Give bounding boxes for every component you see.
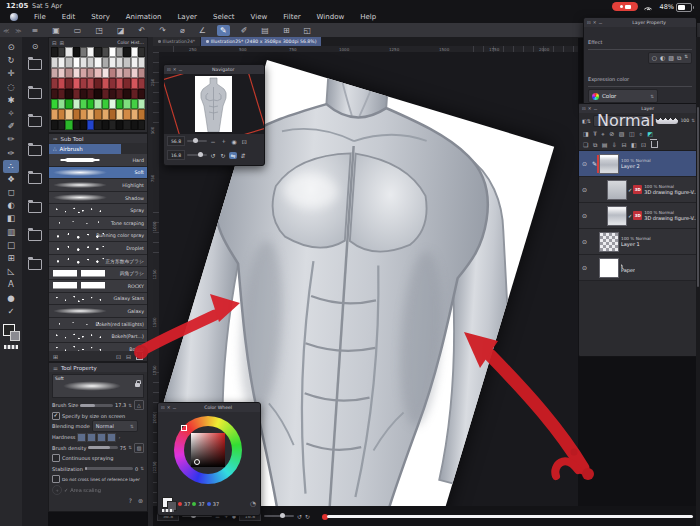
color-swatch[interactable]	[80, 120, 87, 130]
layer-thumbnail[interactable]	[607, 206, 627, 226]
layer-thumbnail[interactable]	[607, 180, 627, 200]
brush-galaxy-stars[interactable]: Galaxy Stars	[49, 293, 147, 306]
color-swatch[interactable]	[87, 57, 94, 67]
rotate-cw-icon[interactable]: ↻	[305, 513, 310, 520]
color-swatch[interactable]	[58, 68, 65, 78]
color-swatch[interactable]	[116, 78, 123, 88]
frame-border-tool[interactable]: ⊞	[3, 252, 19, 265]
color-swatch[interactable]	[65, 47, 72, 57]
color-swatch[interactable]	[138, 120, 145, 130]
color-swatch[interactable]	[131, 47, 138, 57]
undo-icon[interactable]: ↶	[136, 25, 149, 36]
no-cross-reference-checkbox[interactable]	[52, 475, 60, 483]
new-vector-layer-icon[interactable]: ⧉	[593, 141, 597, 149]
color-swatch[interactable]	[116, 47, 123, 57]
color-swatch[interactable]	[94, 78, 101, 88]
color-swatch[interactable]	[102, 99, 109, 109]
clip-studio-logo[interactable]	[10, 13, 18, 21]
menu-view[interactable]: View	[243, 13, 276, 21]
brush-soft[interactable]: Soft	[49, 167, 147, 180]
color-swatch[interactable]	[116, 99, 123, 109]
color-swatch[interactable]	[116, 57, 123, 67]
color-swatch[interactable]	[51, 109, 58, 119]
folder-icon-tool-set-7[interactable]	[28, 230, 42, 241]
layer-row-3d-drawing-figure-v-[interactable]: ⊙✓3D100 % Normal3D drawing figure-V..	[579, 177, 698, 203]
text-tool[interactable]: A	[3, 278, 19, 291]
color-swatch[interactable]	[51, 57, 58, 67]
layer-thumbnail[interactable]	[599, 258, 619, 278]
brush-preview[interactable]: Soft	[52, 374, 144, 398]
stabilization-value[interactable]: 0	[135, 466, 138, 472]
color-swatch[interactable]	[131, 99, 138, 109]
color-swatch[interactable]	[116, 120, 123, 130]
line-correct-tool[interactable]: ✓	[3, 305, 19, 318]
color-swatch[interactable]	[116, 89, 123, 99]
nav-zoom-in-icon[interactable]: ＋	[219, 137, 228, 146]
layer-palette-color-icon[interactable]: ◩	[647, 130, 653, 137]
lock-layer-icon[interactable]: ⊘	[609, 130, 614, 137]
color-swatch[interactable]	[131, 109, 138, 119]
color-swatch[interactable]	[58, 89, 65, 99]
expression-color-select[interactable]: Color ⇅	[588, 89, 658, 103]
color-swatch[interactable]	[80, 89, 87, 99]
color-swatch[interactable]	[102, 109, 109, 119]
color-swatch[interactable]	[102, 89, 109, 99]
brush-droplet[interactable]: Droplet	[49, 242, 147, 255]
menu-layer[interactable]: Layer	[169, 13, 205, 21]
color-swatch[interactable]	[94, 68, 101, 78]
transparent-color[interactable]	[4, 345, 18, 349]
folder-icon-tool-set-3[interactable]	[28, 116, 42, 127]
color-swatch[interactable]	[102, 78, 109, 88]
wrench-icon[interactable]: ⊛	[138, 497, 143, 504]
continuous-spraying-checkbox[interactable]	[52, 454, 60, 462]
brush-hard[interactable]: Hard	[49, 154, 147, 167]
color-swatch[interactable]	[138, 109, 145, 119]
rotate-slider[interactable]	[264, 515, 294, 518]
color-swatch[interactable]	[116, 109, 123, 119]
gradient-tool[interactable]: ▥	[3, 226, 19, 239]
color-swatch[interactable]	[138, 78, 145, 88]
color-swatch[interactable]	[73, 68, 80, 78]
brush-size-value[interactable]: 17.3	[115, 402, 126, 408]
color-swatch[interactable]	[58, 47, 65, 57]
redo-icon[interactable]: ↷	[156, 25, 169, 36]
rotate-view-tool[interactable]: ↻	[3, 54, 19, 67]
clear-icon[interactable]: ⌀	[177, 25, 188, 36]
brush-spray[interactable]: Spray	[49, 204, 147, 217]
color-swatch[interactable]	[87, 99, 94, 109]
layer-row-3d-drawing-figure-v-[interactable]: ⊙✓3D100 % Normal3D drawing figure-V..	[579, 203, 698, 229]
transform-icon[interactable]: ◳	[92, 25, 106, 36]
reference-layer-icon[interactable]: Ŧ	[593, 130, 597, 137]
layer-visibility-eye-icon[interactable]: ⊙	[579, 212, 590, 219]
color-swatch[interactable]	[131, 78, 138, 88]
selection-tool[interactable]: ◌	[3, 81, 19, 94]
color-swatch[interactable]	[80, 68, 87, 78]
color-swatch[interactable]	[87, 120, 94, 130]
color-swatch[interactable]	[65, 120, 72, 130]
color-swatch[interactable]	[123, 89, 130, 99]
navigator-rotate-value[interactable]: 16.8	[167, 150, 185, 160]
color-swatch[interactable]	[102, 47, 109, 57]
color-swatch[interactable]	[109, 47, 116, 57]
nav-minimize-icon[interactable]: ⚊	[178, 67, 182, 72]
navigator-zoom-value[interactable]: 56.8	[167, 136, 185, 146]
layer-dock-icon[interactable]: ⊡	[582, 106, 586, 111]
menu-file[interactable]: File	[26, 13, 54, 21]
color-swatch[interactable]	[58, 120, 65, 130]
canvas-tab[interactable]: Illustration25* (2480 x 3508px 300dpi 56…	[201, 37, 321, 46]
color-swatch[interactable]	[94, 89, 101, 99]
lock-transparent-icon[interactable]: ▨	[619, 130, 625, 137]
tab-airbrush[interactable]: ∴ Airbrush	[49, 144, 121, 154]
color-swatch[interactable]	[123, 68, 130, 78]
layer-color-effect-icon[interactable]: ⧉	[677, 54, 681, 62]
color-swatch[interactable]	[116, 68, 123, 78]
color-swatch[interactable]	[94, 109, 101, 119]
clip-to-layer-icon[interactable]: ◨	[583, 130, 589, 137]
folder-icon-tool-set-2[interactable]	[28, 88, 42, 99]
brush-bokeh-red-taillights-[interactable]: Bokeh(red taillights)	[49, 318, 147, 331]
color-swatch[interactable]	[94, 57, 101, 67]
palette-prev-icon[interactable]: ⊟	[52, 40, 57, 46]
right-scrollbar[interactable]	[696, 37, 700, 526]
navigator-preview[interactable]	[164, 74, 264, 134]
halftone-effect-icon[interactable]: ▨	[668, 54, 674, 62]
